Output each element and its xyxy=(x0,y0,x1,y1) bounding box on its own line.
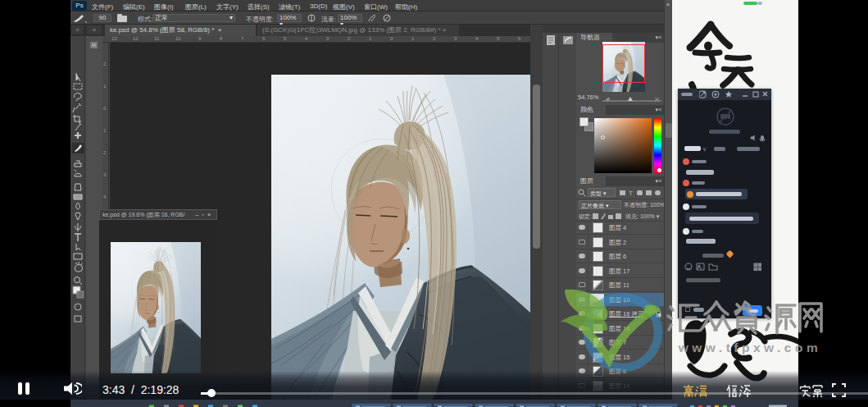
svg-text:T: T xyxy=(629,190,633,197)
